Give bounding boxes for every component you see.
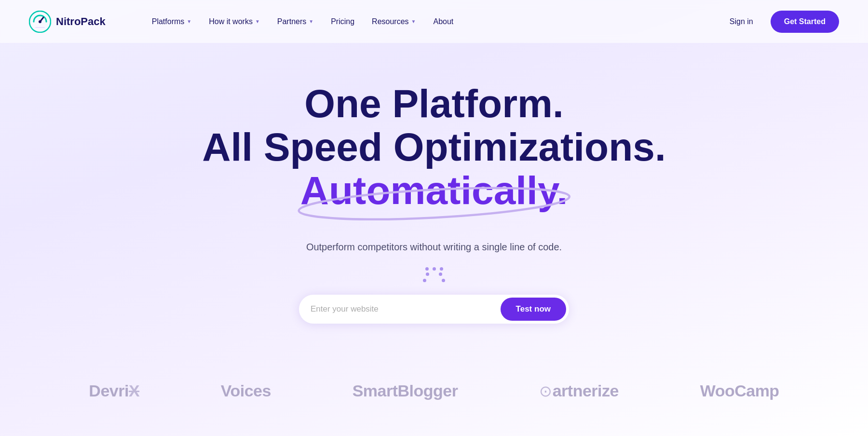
chevron-down-icon: ▼ — [411, 19, 416, 24]
hero-section: One Platform. All Speed Optimizations. A… — [0, 43, 868, 353]
partner-woocamp: WooCamp — [700, 382, 779, 400]
dot — [442, 279, 445, 282]
nav-item-platforms[interactable]: Platforms ▼ — [144, 14, 199, 30]
hero-line3: Automatically. — [300, 169, 568, 212]
hero-line1: One Platform. — [304, 82, 564, 125]
sign-in-link[interactable]: Sign in — [722, 14, 761, 30]
chevron-down-icon: ▼ — [187, 19, 191, 24]
partner-smartblogger: SmartBlogger — [353, 382, 458, 400]
dot — [426, 272, 429, 276]
logo-icon — [29, 11, 51, 33]
navigation: NitroPack Platforms ▼ How it works ▼ Par… — [0, 0, 868, 43]
dot — [439, 272, 442, 276]
partner-voices: Voices — [221, 382, 271, 400]
dot — [433, 267, 436, 271]
nav-right: Sign in Get Started — [722, 11, 839, 33]
logo-link[interactable]: NitroPack — [29, 11, 106, 33]
nav-links: Platforms ▼ How it works ▼ Partners ▼ Pr… — [144, 14, 722, 30]
chevron-down-icon: ▼ — [255, 19, 260, 24]
nav-item-about[interactable]: About — [425, 14, 461, 30]
hero-subtitle: Outperform competitors without writing a… — [306, 242, 562, 253]
dot — [423, 279, 426, 282]
hero-title: One Platform. All Speed Optimizations. A… — [202, 82, 665, 213]
nav-item-how-it-works[interactable]: How it works ▼ — [201, 14, 268, 30]
dots-row-2 — [426, 272, 442, 276]
svg-point-1 — [39, 20, 41, 23]
dot — [425, 267, 429, 271]
scroll-indicator — [423, 267, 445, 281]
chevron-down-icon: ▼ — [309, 19, 313, 24]
partners-section: DevriX Voices SmartBlogger ⊙artnerize Wo… — [0, 362, 868, 410]
hero-line2: All Speed Optimizations. — [202, 125, 665, 169]
website-search-form: Test now — [299, 295, 569, 324]
partner-partnerize: ⊙artnerize — [539, 382, 619, 400]
test-now-button[interactable]: Test now — [501, 298, 566, 321]
dots-row-1 — [425, 267, 443, 271]
logo-text: NitroPack — [56, 15, 106, 28]
dot — [440, 267, 443, 271]
nav-item-partners[interactable]: Partners ▼ — [270, 14, 321, 30]
dots-row-3 — [423, 279, 445, 282]
devrix-x: X — [129, 382, 139, 400]
partner-devrix: DevriX — [89, 382, 139, 400]
website-input[interactable] — [311, 304, 501, 314]
nav-item-pricing[interactable]: Pricing — [323, 14, 362, 30]
get-started-button[interactable]: Get Started — [771, 11, 839, 33]
nav-item-resources[interactable]: Resources ▼ — [364, 14, 423, 30]
